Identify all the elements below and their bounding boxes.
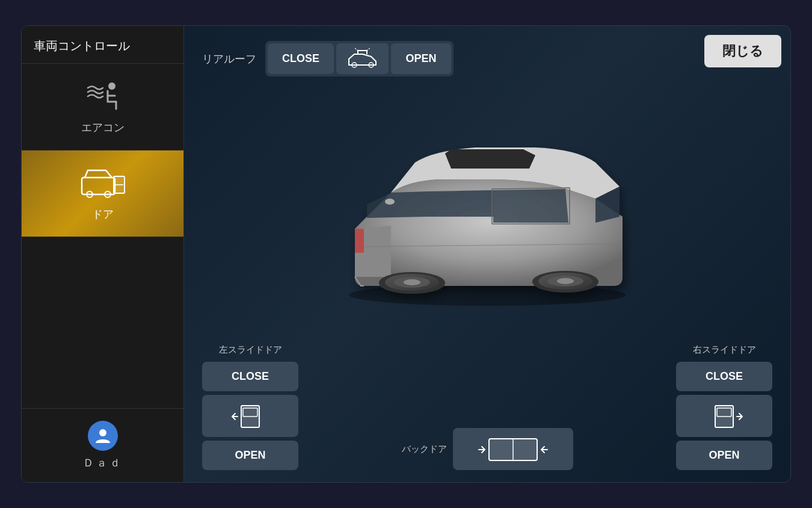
back-door-label: バックドア	[402, 444, 447, 455]
user-avatar	[88, 421, 118, 451]
right-door-close-btn[interactable]: CLOSE	[676, 362, 772, 391]
car-svg	[307, 108, 668, 313]
sidebar-item-aircon[interactable]: エアコン	[22, 64, 183, 150]
bottom-controls: 左スライドドア CLOSE OPEN バックドア	[202, 344, 772, 470]
door-car-icon	[79, 166, 127, 202]
right-door-icon-btn[interactable]	[676, 395, 772, 437]
rear-roof-btn-group: CLOSE OPEN	[265, 41, 454, 76]
left-door-open-btn[interactable]: OPEN	[202, 441, 298, 470]
rear-roof-close-btn[interactable]: CLOSE	[268, 43, 334, 74]
sidebar: 車両コントロール エアコン	[22, 26, 184, 482]
svg-point-19	[385, 199, 395, 205]
svg-point-18	[557, 278, 574, 284]
rear-roof-label: リアルーフ	[202, 52, 256, 66]
back-door-icon-btn[interactable]	[453, 428, 573, 470]
left-door-icon-btn[interactable]	[202, 395, 298, 437]
aircon-icon	[85, 79, 121, 116]
main-container: 車両コントロール エアコン	[21, 25, 791, 483]
right-door-open-btn[interactable]: OPEN	[676, 441, 772, 470]
sidebar-item-door[interactable]: ドア	[22, 150, 183, 237]
user-name: Ｄａｄ	[83, 456, 123, 470]
rear-roof-open-btn[interactable]: OPEN	[391, 43, 451, 74]
svg-point-15	[404, 279, 420, 285]
back-door-control: バックドア	[402, 428, 573, 470]
sidebar-title: 車両コントロール	[22, 26, 183, 64]
sidebar-door-label: ドア	[92, 207, 114, 221]
rear-roof-section: リアルーフ CLOSE OPEN	[202, 41, 772, 76]
rear-roof-icon-btn[interactable]	[336, 43, 389, 74]
right-door-label: 右スライドドア	[693, 344, 756, 356]
sidebar-user: Ｄａｄ	[22, 408, 183, 482]
left-door-close-btn[interactable]: CLOSE	[202, 362, 298, 391]
sidebar-aircon-label: エアコン	[81, 120, 125, 135]
main-content: 閉じる リアルーフ CLOSE	[184, 26, 790, 482]
car-visualization-area	[202, 82, 772, 338]
right-door-control: 右スライドドア CLOSE OPEN	[676, 344, 772, 470]
svg-point-0	[108, 82, 115, 90]
left-door-label: 左スライドドア	[219, 344, 282, 356]
svg-point-6	[99, 429, 106, 436]
left-door-control: 左スライドドア CLOSE OPEN	[202, 344, 298, 470]
close-main-button[interactable]: 閉じる	[704, 35, 781, 67]
